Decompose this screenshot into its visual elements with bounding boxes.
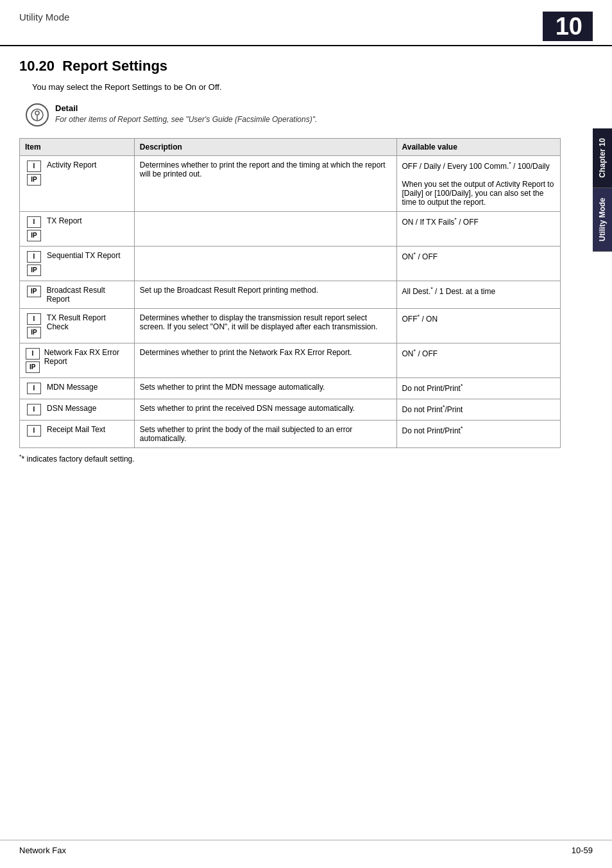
badge-group-0: IIP: [25, 161, 43, 186]
badge-i: I: [27, 251, 41, 263]
item-cell-5: IIPNetwork Fax RX Error Report: [20, 343, 135, 378]
item-label-7: DSN Message: [47, 404, 96, 413]
item-cell-3: IPBroadcast Result Report: [20, 281, 135, 309]
detail-label: Detail: [55, 103, 317, 113]
table-header-row: Item Description Available value: [20, 139, 561, 156]
chapter-number-box: 10: [543, 12, 593, 41]
desc-cell-5: Determines whether to print the Network …: [134, 343, 396, 378]
item-cell-4: IIPTX Result Report Check: [20, 309, 135, 343]
desc-cell-3: Set up the Broadcast Result Report print…: [134, 281, 396, 309]
desc-cell-1: [134, 212, 396, 247]
table-row: IIPActivity ReportDetermines whether to …: [20, 156, 561, 212]
table-row: IPBroadcast Result ReportSet up the Broa…: [20, 281, 561, 309]
item-cell-0: IIPActivity Report: [20, 156, 135, 212]
value-cell-2: ON* / OFF: [396, 247, 560, 281]
detail-icon: [26, 103, 49, 126]
col-header-value: Available value: [396, 139, 560, 156]
item-label-0: Activity Report: [47, 161, 96, 169]
intro-text: You may select the Report Settings to be…: [32, 82, 561, 92]
detail-box: Detail For other items of Report Setting…: [26, 103, 561, 126]
item-label-1: TX Report: [47, 216, 82, 225]
item-label-4: TX Result Report Check: [47, 313, 129, 331]
item-cell-2: IIPSequential TX Report: [20, 247, 135, 281]
item-cell-7: IDSN Message: [20, 399, 135, 421]
top-bar-title: Utility Mode: [19, 12, 69, 22]
badge-ip: IP: [27, 327, 41, 338]
item-cell-1: IIPTX Report: [20, 212, 135, 247]
footnote: ** indicates factory default setting.: [19, 453, 561, 464]
detail-content: Detail For other items of Report Setting…: [55, 103, 317, 124]
badge-i: I: [27, 425, 41, 437]
badge-i: I: [27, 161, 41, 172]
badge-i: I: [27, 313, 41, 325]
item-label-6: MDN Message: [47, 383, 98, 392]
item-cell-8: IReceipt Mail Text: [20, 421, 135, 448]
top-bar: Utility Mode 10: [0, 0, 612, 46]
table-row: IIPTX ReportON / If TX Fails* / OFF: [20, 212, 561, 247]
badge-group-1: IIP: [25, 216, 43, 241]
desc-cell-0: Determines whether to print the report a…: [134, 156, 396, 212]
table-row: IIPNetwork Fax RX Error ReportDetermines…: [20, 343, 561, 378]
badge-ip: IP: [27, 174, 41, 186]
badge-group-8: I: [25, 425, 43, 437]
value-cell-3: All Dest.* / 1 Dest. at a time: [396, 281, 560, 309]
badge-i: I: [27, 216, 41, 228]
badge-group-7: I: [25, 404, 43, 415]
value-cell-5: ON* / OFF: [396, 343, 560, 378]
badge-group-2: IIP: [25, 251, 43, 276]
desc-cell-8: Sets whether to print the body of the ma…: [134, 421, 396, 448]
footer-right: 10-59: [572, 846, 593, 855]
right-tabs: Chapter 10 Utility Mode: [593, 128, 612, 252]
col-header-desc: Description: [134, 139, 396, 156]
page-wrapper: Utility Mode 10 10.20 Report Settings Yo…: [0, 0, 612, 868]
value-cell-4: OFF* / ON: [396, 309, 560, 343]
badge-ip: IP: [27, 265, 41, 276]
item-label-8: Receipt Mail Text: [47, 425, 105, 434]
badge-ip: IP: [27, 286, 41, 297]
desc-cell-4: Determines whether to display the transm…: [134, 309, 396, 343]
table-row: IIPSequential TX ReportON* / OFF: [20, 247, 561, 281]
badge-i: I: [27, 404, 41, 415]
badge-group-3: IP: [25, 286, 42, 297]
badge-i: I: [27, 383, 41, 394]
utility-tab[interactable]: Utility Mode: [593, 188, 612, 252]
report-table: Item Description Available value IIPActi…: [19, 138, 561, 448]
chapter-tab[interactable]: Chapter 10: [593, 128, 612, 188]
value-cell-1: ON / If TX Fails* / OFF: [396, 212, 560, 247]
item-label-2: Sequential TX Report: [47, 251, 121, 260]
badge-ip: IP: [26, 361, 40, 373]
main-content: 10.20 Report Settings You may select the…: [0, 46, 580, 483]
value-cell-8: Do not Print/Print*: [396, 421, 560, 448]
table-row: IReceipt Mail TextSets whether to print …: [20, 421, 561, 448]
item-label-5: Network Fax RX Error Report: [44, 348, 129, 366]
table-row: IIPTX Result Report CheckDetermines whet…: [20, 309, 561, 343]
footer-left: Network Fax: [19, 846, 66, 855]
badge-group-4: IIP: [25, 313, 43, 338]
footer: Network Fax 10-59: [0, 840, 612, 855]
value-cell-0: OFF / Daily / Every 100 Comm.* / 100/Dai…: [396, 156, 560, 212]
item-cell-6: IMDN Message: [20, 378, 135, 399]
table-row: IDSN MessageSets whether to print the re…: [20, 399, 561, 421]
badge-ip: IP: [27, 230, 41, 241]
value-cell-7: Do not Print*/Print: [396, 399, 560, 421]
desc-cell-6: Sets whether to print the MDN message au…: [134, 378, 396, 399]
desc-cell-7: Sets whether to print the received DSN m…: [134, 399, 396, 421]
badge-group-6: I: [25, 383, 43, 394]
item-label-3: Broadcast Result Report: [46, 286, 128, 304]
section-title: 10.20 Report Settings: [19, 58, 561, 74]
table-row: IMDN MessageSets whether to print the MD…: [20, 378, 561, 399]
value-cell-6: Do not Print/Print*: [396, 378, 560, 399]
col-header-item: Item: [20, 139, 135, 156]
desc-cell-2: [134, 247, 396, 281]
svg-point-0: [35, 111, 39, 115]
detail-text: For other items of Report Setting, see "…: [55, 115, 317, 124]
badge-i: I: [26, 348, 40, 360]
badge-group-5: IIP: [25, 348, 40, 373]
